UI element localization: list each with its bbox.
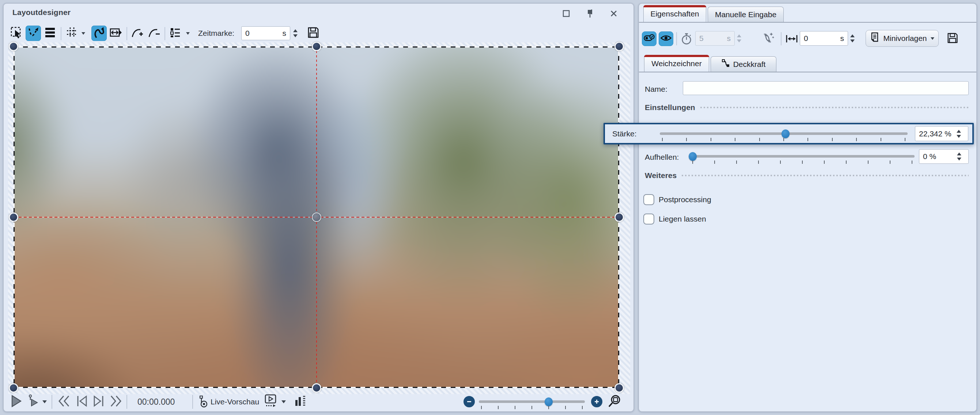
resize-handle-bottom-right[interactable]	[614, 383, 624, 393]
object-list-icon	[169, 26, 182, 41]
offset-width-icon	[784, 32, 799, 46]
zoom-fit-button[interactable]	[608, 392, 622, 412]
section-einstellungen: Einstellungen	[645, 103, 969, 112]
remove-keyframe-button[interactable]	[146, 25, 162, 41]
section-weiteres: Weiteres	[645, 171, 969, 180]
zoom-in-button[interactable]	[591, 396, 602, 407]
zoom-fit-icon	[608, 394, 622, 410]
next-button[interactable]	[92, 392, 105, 412]
canvas-zoom-slider[interactable]	[479, 401, 585, 403]
play-from-marker-button[interactable]	[27, 392, 39, 412]
offset-input[interactable]: 0 s	[800, 31, 848, 46]
play-button[interactable]	[11, 392, 22, 412]
add-keyframe-button[interactable]	[129, 25, 145, 41]
fast-forward-button[interactable]	[109, 392, 123, 412]
transport-separator	[192, 392, 193, 412]
play-from-marker-icon	[27, 394, 39, 410]
visibility-button[interactable]	[659, 32, 673, 46]
aufhellen-spinner[interactable]	[957, 149, 961, 164]
curve-tool-button[interactable]	[91, 25, 107, 41]
save-properties-button[interactable]	[945, 32, 960, 46]
toolbar-separator	[60, 27, 61, 40]
offset-spinner[interactable]	[850, 31, 854, 46]
staerke-slider-thumb[interactable]	[781, 129, 789, 138]
previous-button[interactable]	[75, 392, 89, 412]
curve-tool-icon	[92, 25, 106, 41]
liegen-lassen-label[interactable]: Liegen lassen	[659, 215, 706, 223]
preview-monitor-button[interactable]	[264, 392, 278, 412]
duration-spinner	[737, 31, 741, 46]
grid-tool-button[interactable]	[64, 25, 80, 41]
tab-manuelle-eingabe[interactable]: Manuelle Eingabe	[708, 6, 784, 22]
tab-label: Manuelle Eingabe	[715, 10, 776, 19]
object-list-button[interactable]	[167, 25, 183, 41]
canvas-zoom-slider-thumb[interactable]	[545, 398, 553, 406]
zoom-out-icon	[466, 399, 472, 404]
selected-object-region[interactable]	[14, 46, 619, 388]
aufhellen-slider-thumb[interactable]	[689, 152, 697, 161]
resize-handle-top-right[interactable]	[614, 42, 624, 51]
zeitmarke-unit: s	[283, 29, 286, 38]
skip-to-start-button[interactable]	[57, 392, 71, 412]
staerke-slider-row: Stärke: 22,342 %	[603, 123, 974, 145]
select-tool-button[interactable]	[9, 25, 24, 41]
play-icon	[11, 394, 22, 410]
tab-deckkraft[interactable]: Deckkraft	[711, 56, 776, 72]
resize-handle-top-center[interactable]	[312, 42, 321, 51]
performance-button[interactable]	[294, 392, 306, 412]
aufhellen-slider[interactable]	[690, 155, 915, 157]
live-preview-pin-icon	[199, 392, 208, 412]
maximize-button[interactable]	[560, 9, 573, 20]
save-layout-button[interactable]	[305, 25, 321, 41]
postprocessing-label[interactable]: Postprocessing	[659, 195, 711, 204]
resize-handle-top-left[interactable]	[9, 42, 18, 51]
motion-path-tool-button[interactable]	[25, 25, 41, 41]
name-input[interactable]	[683, 81, 969, 95]
zeitmarke-input[interactable]: 0 s	[241, 26, 290, 40]
section-title: Weiteres	[645, 171, 677, 180]
preview-options-dropdown[interactable]	[282, 392, 286, 412]
offset-value: 0	[804, 34, 808, 43]
animate-change-button[interactable]	[760, 32, 775, 46]
tab-eigenschaften[interactable]: Eigenschaften	[643, 5, 706, 22]
resize-handle-middle-left[interactable]	[9, 212, 18, 222]
resize-handle-bottom-center[interactable]	[312, 383, 321, 393]
move-handle-center[interactable]	[312, 212, 321, 222]
zoom-out-button[interactable]	[463, 396, 475, 407]
minitemplates-icon	[870, 32, 880, 45]
resize-handle-middle-right[interactable]	[614, 212, 624, 222]
offset-unit: s	[840, 34, 845, 43]
select-tool-icon	[10, 25, 23, 41]
zeitmarke-spinner[interactable]	[293, 26, 298, 40]
remove-keyframe-icon	[147, 26, 161, 41]
skip-start-icon	[57, 394, 71, 410]
frame-pan-tool-button[interactable]	[108, 25, 124, 41]
staerke-spinner[interactable]	[957, 126, 961, 141]
tab-divider	[639, 72, 976, 72]
properties-panel: Eigenschaften Manuelle Eingabe	[638, 3, 977, 412]
zeitmarke-label: Zeitmarke:	[198, 25, 234, 41]
minivorlagen-button[interactable]: Minivorlagen	[865, 30, 939, 47]
staerke-slider[interactable]	[660, 132, 908, 135]
link-toggle-button[interactable]	[642, 32, 657, 46]
zoom-in-icon	[594, 399, 600, 404]
aufhellen-label: Aufhellen:	[645, 147, 679, 167]
postprocessing-checkbox[interactable]	[643, 194, 654, 205]
grid-icon	[65, 26, 79, 41]
section-title: Einstellungen	[645, 103, 695, 112]
close-button[interactable]	[608, 9, 620, 20]
play-options-dropdown[interactable]	[42, 392, 47, 412]
layers-tool-button[interactable]	[42, 25, 58, 41]
resize-handle-bottom-left[interactable]	[9, 383, 18, 393]
minivorlagen-label: Minivorlagen	[883, 34, 927, 43]
liegen-lassen-checkbox[interactable]	[643, 213, 654, 224]
live-preview-label[interactable]: Live-Vorschau	[210, 392, 259, 412]
tab-weichzeichner[interactable]: Weichzeichner	[644, 55, 709, 72]
frame-pan-icon	[109, 25, 123, 41]
object-list-dropdown[interactable]	[183, 25, 192, 41]
grid-options-dropdown[interactable]	[79, 25, 88, 41]
aufhellen-slider-row: Aufhellen: 0 %	[639, 147, 976, 167]
toolbar-separator	[781, 32, 781, 45]
layout-canvas	[8, 43, 630, 394]
pin-button[interactable]	[584, 9, 597, 20]
